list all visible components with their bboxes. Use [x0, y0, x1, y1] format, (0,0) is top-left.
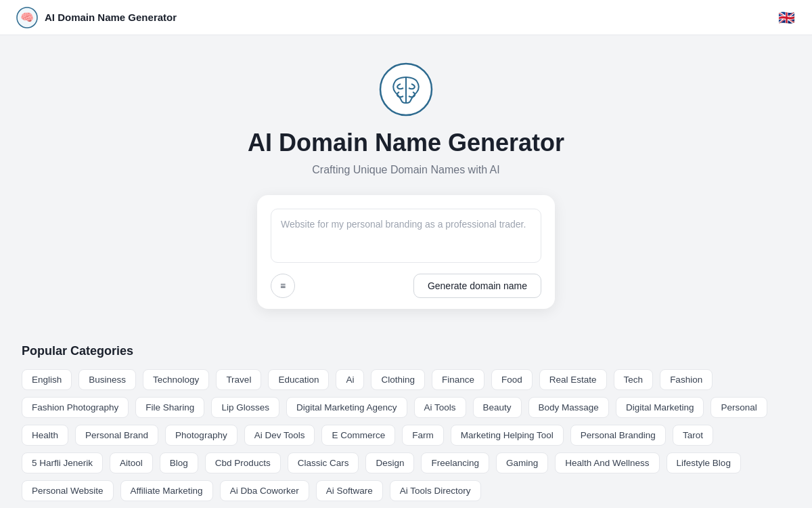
tag-item[interactable]: English [22, 369, 72, 390]
prompt-input[interactable] [271, 209, 541, 263]
search-card: ≡ Generate domain name [257, 195, 555, 309]
tag-item[interactable]: Design [365, 452, 414, 473]
tag-item[interactable]: Marketing Helping Tool [451, 425, 564, 446]
tag-item[interactable]: Ai Dba Coworker [220, 480, 309, 501]
tag-item[interactable]: Personal Website [22, 480, 114, 501]
header: 🧠 AI Domain Name Generator 🇬🇧 [0, 0, 812, 35]
tag-item[interactable]: Personal [710, 397, 767, 418]
tag-item[interactable]: Tech [614, 369, 654, 390]
tag-item[interactable]: 5 Harfli Jenerik [22, 452, 103, 473]
tag-item[interactable]: Travel [216, 369, 261, 390]
tag-item[interactable]: Digital Marketing [616, 397, 704, 418]
tag-item[interactable]: Technology [143, 369, 209, 390]
tag-item[interactable]: Finance [432, 369, 484, 390]
tag-item[interactable]: Health [22, 425, 68, 446]
hero-section: AI Domain Name Generator Crafting Unique… [0, 35, 812, 322]
tag-item[interactable]: Ai Tools Directory [390, 480, 481, 501]
categories-section: Popular Categories EnglishBusinessTechno… [0, 322, 812, 508]
tag-item[interactable]: E Commerce [321, 425, 395, 446]
tag-item[interactable]: Gaming [496, 452, 548, 473]
tags-container: EnglishBusinessTechnologyTravelEducation… [22, 369, 790, 501]
tag-item[interactable]: Farm [402, 425, 444, 446]
tag-item[interactable]: Classic Cars [288, 452, 359, 473]
tag-item[interactable]: Lip Glosses [211, 397, 279, 418]
svg-text:🧠: 🧠 [20, 11, 34, 24]
tag-item[interactable]: Photography [165, 425, 238, 446]
search-footer: ≡ Generate domain name [271, 274, 541, 298]
generate-button[interactable]: Generate domain name [413, 274, 541, 298]
tag-item[interactable]: Food [491, 369, 533, 390]
tag-item[interactable]: Tarot [673, 425, 713, 446]
tag-item[interactable]: Aitool [110, 452, 153, 473]
tag-item[interactable]: Digital Marketing Agency [286, 397, 407, 418]
header-left: 🧠 AI Domain Name Generator [16, 7, 177, 28]
tag-item[interactable]: Business [78, 369, 136, 390]
tag-item[interactable]: Affiliate Marketing [120, 480, 213, 501]
options-icon: ≡ [280, 280, 286, 291]
tag-item[interactable]: Education [268, 369, 329, 390]
categories-title: Popular Categories [22, 344, 790, 358]
brain-icon [379, 62, 433, 117]
tag-item[interactable]: Ai [336, 369, 364, 390]
header-title: AI Domain Name Generator [45, 12, 177, 23]
tag-item[interactable]: Health And Wellness [555, 452, 659, 473]
tag-item[interactable]: Body Massage [528, 397, 609, 418]
hero-title: AI Domain Name Generator [248, 129, 564, 157]
tag-item[interactable]: Blog [160, 452, 198, 473]
tag-item[interactable]: Personal Brand [75, 425, 158, 446]
tag-item[interactable]: Ai Software [316, 480, 383, 501]
hero-subtitle: Crafting Unique Domain Names with AI [312, 164, 499, 176]
tag-item[interactable]: Clothing [371, 369, 425, 390]
tag-item[interactable]: Fashion Photography [22, 397, 129, 418]
tag-item[interactable]: Freelancing [421, 452, 489, 473]
tag-item[interactable]: Lifestyle Blog [667, 452, 741, 473]
app-logo-icon: 🧠 [16, 7, 38, 28]
tag-item[interactable]: File Sharing [135, 397, 204, 418]
tag-item[interactable]: Real Estate [539, 369, 607, 390]
options-button[interactable]: ≡ [271, 274, 295, 298]
tag-item[interactable]: Ai Dev Tools [244, 425, 315, 446]
tag-item[interactable]: Ai Tools [414, 397, 466, 418]
tag-item[interactable]: Cbd Products [205, 452, 281, 473]
tag-item[interactable]: Beauty [473, 397, 522, 418]
tag-item[interactable]: Personal Branding [570, 425, 666, 446]
tag-item[interactable]: Fashion [660, 369, 713, 390]
language-flag[interactable]: 🇬🇧 [777, 8, 796, 27]
